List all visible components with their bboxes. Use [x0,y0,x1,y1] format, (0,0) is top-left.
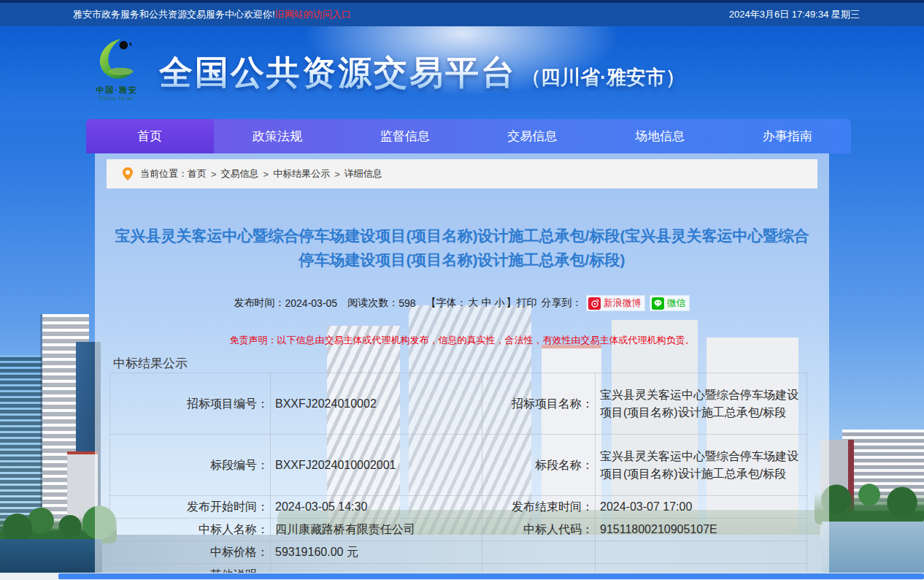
share-weibo-label: 新浪微博 [603,297,641,310]
breadcrumb: 当前位置： 首页 > 交易信息 > 中标结果公示 > 详细信息 [107,159,817,188]
publish-start-value: 2024-03-05 14:30 [271,496,482,519]
yaan-logo: 中国·雅安 China Ya'an [82,37,152,110]
old-site-link[interactable]: 旧网站的访问入口 [275,8,351,21]
bid-result-table: 招标项目编号： BXXFJ2024010002 招标项目名称： 宝兴县灵关客运中… [109,373,807,580]
empty-label [482,541,596,564]
winner-code-label: 中标人代码： [482,519,596,541]
site-title: 全国公共资源交易平台 （四川省·雅安市） [159,50,685,96]
font-size-small-button[interactable]: 小 [494,297,504,310]
breadcrumb-current: 详细信息 [344,167,382,180]
publish-time-label: 发布时间： [234,297,285,310]
section-title: 中标结果公示 [113,355,188,372]
top-bar: 雅安市政务服务和公共资源交易服务中心欢迎你! 旧网站的访问入口 2024年3月6… [0,0,924,26]
publish-end-value: 2024-03-07 17:00 [596,496,807,519]
winner-code-value: 91511800210905107E [596,519,807,541]
empty-value [596,541,807,564]
read-count-value: 598 [399,297,415,309]
logo-text-cn: 中国·雅安 [96,85,138,96]
font-size-large-button[interactable]: 大 [468,297,478,310]
article-meta: 发布时间： 2024-03-05 阅读次数： 598 【字体： 大 中 小 】 … [95,295,829,311]
background-water [822,522,924,580]
winner-name-label: 中标人名称： [110,519,271,541]
print-button[interactable]: 打印 [516,297,536,310]
welcome-text: 雅安市政务服务和公共资源交易服务中心欢迎你! [73,8,275,21]
location-pin-icon [123,167,133,180]
section-no-label: 标段编号： [110,435,271,496]
breadcrumb-result-publicity[interactable]: 中标结果公示 [273,167,330,180]
bid-price-value: 59319160.00 元 [271,541,482,564]
table-row: 发布开始时间： 2024-03-05 14:30 发布结束时间： 2024-03… [110,496,807,519]
horizontal-scrollbar-thumb[interactable] [58,573,924,579]
article-title: 宝兴县灵关客运中心暨综合停车场建设项目(项目名称)设计施工总承包/标段(宝兴县灵… [112,224,812,272]
font-size-label: 【字体： [426,297,466,310]
winner-name-value: 四川康藏路桥有限责任公司 [271,519,482,541]
brand: 中国·雅安 China Ya'an 全国公共资源交易平台 （四川省·雅安市） [82,37,685,110]
share-wechat-label: 微信 [666,297,685,310]
read-count-label: 阅读次数： [347,297,399,310]
tender-project-no-value: BXXFJ2024010002 [271,373,482,435]
breadcrumb-separator: > [211,169,217,180]
publish-end-label: 发布结束时间： [482,496,596,519]
font-size-suffix: 】 [506,297,516,310]
nav-item-home[interactable]: 首页 [86,119,214,153]
main-nav: 首页 政策法规 监督信息 交易信息 场地信息 办事指南 [86,119,851,153]
share-label: 分享到： [541,297,582,310]
horizontal-scrollbar [0,573,924,580]
section-no-value: BXXFJ2024010002001 [271,435,482,496]
publish-time-value: 2024-03-05 [285,297,338,309]
table-row: 中标人名称： 四川康藏路桥有限责任公司 中标人代码： 9151180021090… [110,519,807,541]
table-row: 招标项目编号： BXXFJ2024010002 招标项目名称： 宝兴县灵关客运中… [110,373,807,435]
tender-project-name-label: 招标项目名称： [482,373,596,435]
tender-project-name-value: 宝兴县灵关客运中心暨综合停车场建设项目(项目名称)设计施工总承包/标段 [596,373,807,435]
breadcrumb-trade-info[interactable]: 交易信息 [221,167,259,180]
nav-item-supervision[interactable]: 监督信息 [341,119,469,153]
nav-item-policy[interactable]: 政策法规 [214,119,342,153]
section-name-label: 标段名称： [482,435,596,496]
publish-start-label: 发布开始时间： [110,496,271,519]
datetime-text: 2024年3月6日 17:49:34 星期三 [729,8,860,21]
share-weibo-button[interactable]: 新浪微博 [586,295,645,311]
breadcrumb-separator: > [263,169,269,180]
section-name-value: 宝兴县灵关客运中心暨综合停车场建设项目(项目名称)设计施工总承包/标段 [596,435,807,496]
background-trees [815,475,924,524]
wechat-icon [652,297,664,310]
bid-price-label: 中标价格： [110,541,271,564]
breadcrumb-prefix: 当前位置： [140,167,188,180]
font-size-medium-button[interactable]: 中 [481,297,491,310]
weibo-icon [588,297,601,310]
logo-swirl-icon [91,37,143,83]
nav-item-guide[interactable]: 办事指南 [723,119,851,153]
site-title-region: （四川省·雅安市） [521,64,685,91]
content-panel: 当前位置： 首页 > 交易信息 > 中标结果公示 > 详细信息 宝兴县灵关客运中… [95,153,829,580]
breadcrumb-home[interactable]: 首页 [188,167,207,180]
nav-item-trade-info[interactable]: 交易信息 [469,119,596,153]
nav-item-venue[interactable]: 场地信息 [596,119,724,153]
table-row: 中标价格： 59319160.00 元 [110,541,807,564]
tender-project-no-label: 招标项目编号： [110,373,271,435]
site-header: 中国·雅安 China Ya'an 全国公共资源交易平台 （四川省·雅安市） [0,26,924,119]
share-wechat-button[interactable]: 微信 [650,295,690,311]
logo-text-en: China Ya'an [99,96,134,101]
breadcrumb-separator: > [334,169,340,180]
table-row: 标段编号： BXXFJ2024010002001 标段名称： 宝兴县灵关客运中心… [110,435,807,496]
disclaimer-text: 免责声明：以下信息由交易主体或代理机构发布，信息的真实性，合法性，有效性由交易主… [95,334,829,347]
site-title-main: 全国公共资源交易平台 [159,50,517,96]
